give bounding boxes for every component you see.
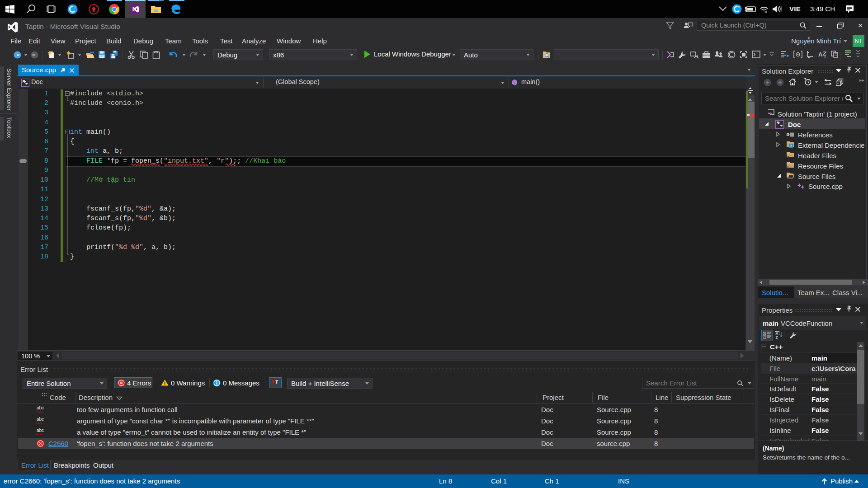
- svg-text:A: A: [818, 51, 823, 58]
- svg-text:Z: Z: [776, 335, 778, 339]
